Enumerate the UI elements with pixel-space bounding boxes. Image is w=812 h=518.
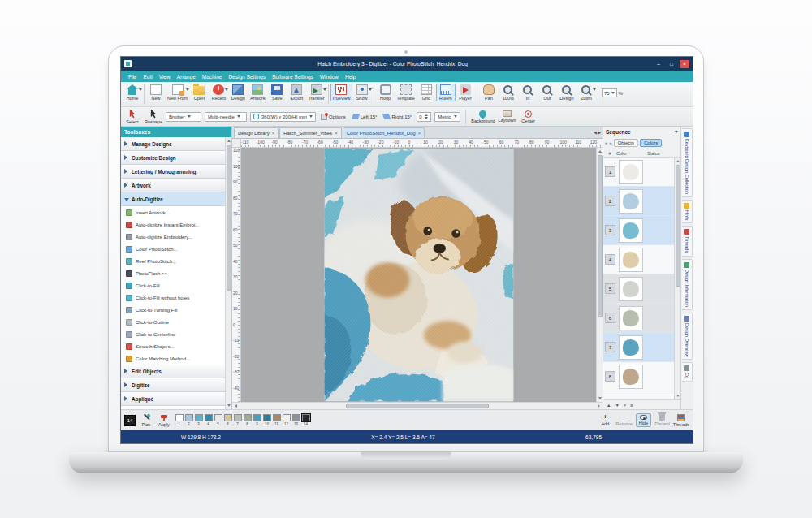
rotate-angle-input[interactable]: 0 <box>417 112 431 122</box>
needle-select[interactable]: Multi-needle <box>205 112 247 122</box>
sequence-tool-icon[interactable]: × <box>624 403 626 408</box>
toolbox-row[interactable]: Artwork <box>121 179 225 192</box>
toolbar-button[interactable]: Artwork <box>248 84 267 101</box>
sequence-row[interactable]: 3 <box>603 216 674 245</box>
palette-swatch[interactable]: 5 <box>214 414 222 426</box>
add-color-button[interactable]: + Add <box>598 414 612 426</box>
toolbar-button[interactable]: Export <box>287 84 306 101</box>
toolbar-button[interactable]: Zoom <box>577 84 596 101</box>
select-tool-button[interactable]: Select <box>123 110 141 124</box>
toolboxes-scrollbar[interactable] <box>225 137 231 409</box>
maximize-button[interactable]: □ <box>667 60 676 68</box>
toolbar-button[interactable]: TrueView <box>330 84 352 101</box>
toolbox-row[interactable]: Reef PhotoStitch... <box>121 255 225 267</box>
document-tab[interactable]: Design Library × <box>234 127 279 138</box>
minimize-button[interactable]: – <box>654 60 663 68</box>
toolbar-button[interactable]: New From <box>166 84 189 101</box>
tab-scroll-right-icon[interactable]: ▶ <box>598 130 601 135</box>
close-tab-icon[interactable]: × <box>418 131 421 136</box>
tab-design-information[interactable]: Design Information <box>682 259 693 310</box>
menu-item[interactable]: Arrange <box>174 74 199 80</box>
menu-item[interactable]: Machine <box>199 74 226 80</box>
palette-swatch[interactable]: 9 <box>253 414 261 426</box>
toolbar-button[interactable]: Template <box>395 84 417 101</box>
palette-swatch[interactable]: 12 <box>282 414 291 426</box>
menu-item[interactable]: Help <box>342 74 359 80</box>
menu-item[interactable]: File <box>125 74 140 80</box>
toolbox-row[interactable]: Auto-Digitize <box>121 192 225 206</box>
toolbox-row[interactable]: Click-to-Outline <box>121 316 225 328</box>
reshape-tool-button[interactable]: Reshape <box>145 110 162 124</box>
close-button[interactable]: × <box>680 60 689 68</box>
embroidery-design-image[interactable] <box>324 149 513 401</box>
palette-swatch[interactable]: 2 <box>184 414 193 426</box>
sequence-row[interactable]: 1 <box>603 158 674 187</box>
menu-item[interactable]: View <box>156 74 174 80</box>
toolbar-button[interactable]: Pan <box>479 84 499 101</box>
close-tab-icon[interactable]: × <box>335 131 338 136</box>
toolbar-button[interactable]: Transfer <box>306 84 326 101</box>
sequence-tool-icon[interactable]: ≡ <box>630 403 633 408</box>
toolbox-row[interactable]: Lettering / Monogramming <box>121 165 225 179</box>
tab-design-overview[interactable]: Design Overview <box>682 313 693 360</box>
toolbox-row[interactable]: Click-to-Centerline <box>121 328 225 340</box>
toolbox-row[interactable]: Customize Design <box>121 151 225 165</box>
toolbar-button[interactable]: Recent <box>209 84 228 101</box>
discard-color-button[interactable]: Discard <box>654 414 670 426</box>
tab-threads[interactable]: Threads <box>682 226 693 256</box>
toolbar-button[interactable]: Design <box>228 84 248 101</box>
canvas-vertical-scrollbar[interactable] <box>596 148 603 402</box>
rotate-left-button[interactable]: Left 15° <box>351 113 379 120</box>
remove-color-button[interactable]: − Remove <box>615 414 632 426</box>
toolbar-button[interactable]: 100% <box>499 84 518 101</box>
tab-hints[interactable]: Hints <box>682 200 693 224</box>
machine-select[interactable]: Brother <box>166 112 201 122</box>
toolbox-row[interactable]: Click-to-Turning Fill <box>121 304 225 316</box>
toolbox-row[interactable]: Auto-digitize Embroidery... <box>121 231 225 243</box>
toolbar-button[interactable]: Design <box>557 84 577 101</box>
toolbar-button[interactable]: Out <box>538 84 557 101</box>
toolbar-button[interactable]: Hoop <box>376 84 395 101</box>
document-tab[interactable]: Color PhotoStitch_Hendrix_Dog × <box>343 127 425 138</box>
chevron-down-icon[interactable] <box>675 131 678 133</box>
threads-button[interactable]: Threads <box>673 414 689 427</box>
sequence-tool-icon[interactable]: ▲ <box>607 403 611 408</box>
toolbox-row[interactable]: Color Matching Method... <box>121 352 225 365</box>
toolbar-button[interactable]: Save <box>267 84 287 101</box>
toolbar-button[interactable]: Show <box>352 84 372 101</box>
sequence-row[interactable]: 4 <box>603 245 674 274</box>
laydown-button[interactable]: Laydown <box>499 110 516 123</box>
tab-co[interactable]: Co <box>682 362 693 382</box>
design-canvas[interactable] <box>241 148 596 402</box>
menu-item[interactable]: Design Settings <box>225 74 269 80</box>
palette-swatch[interactable]: 6 <box>223 414 232 426</box>
sequence-scrollbar[interactable] <box>674 158 680 399</box>
sequence-row[interactable]: 5 <box>603 274 674 304</box>
toolbar-button[interactable]: Rulers <box>436 84 456 101</box>
toolbar-button[interactable]: Home <box>123 84 142 101</box>
canvas-horizontal-scrollbar[interactable] <box>232 402 603 409</box>
tab-keyboard-design-collection[interactable]: Keyboard Design Collection <box>682 128 693 197</box>
spinner-arrows-icon[interactable] <box>425 114 428 119</box>
menu-item[interactable]: Window <box>317 74 342 80</box>
tab-scroll-left-icon[interactable]: ◀ <box>594 130 597 135</box>
toolbox-row[interactable]: Click-to-Fill <box>121 279 225 291</box>
toolbox-row[interactable]: Smooth Shapes... <box>121 340 225 352</box>
sequence-row[interactable]: 2 <box>603 187 674 216</box>
toolbar-button[interactable]: In <box>518 84 538 101</box>
rotate-right-button[interactable]: Right 15° <box>382 113 413 120</box>
background-button[interactable]: Background <box>471 110 495 123</box>
pick-color-button[interactable]: Pick <box>139 414 153 427</box>
collapse-right-icon[interactable]: » <box>609 140 611 145</box>
toolbar-button[interactable]: Grid <box>417 84 436 101</box>
menu-item[interactable]: Software Settings <box>269 74 317 80</box>
hoop-options-button[interactable]: Options <box>319 113 348 121</box>
palette-swatch[interactable]: 13 <box>292 414 300 426</box>
toolbar-button[interactable]: New <box>146 84 166 101</box>
toolbar-button[interactable]: Player <box>456 84 475 101</box>
menu-item[interactable]: Edit <box>140 74 155 80</box>
toolbox-row[interactable]: Digitize <box>121 378 225 392</box>
toolbar-button[interactable]: Open <box>189 84 209 101</box>
units-select[interactable]: Metric <box>434 112 460 122</box>
toolbox-row[interactable]: Click-to-Fill without holes <box>121 291 225 304</box>
